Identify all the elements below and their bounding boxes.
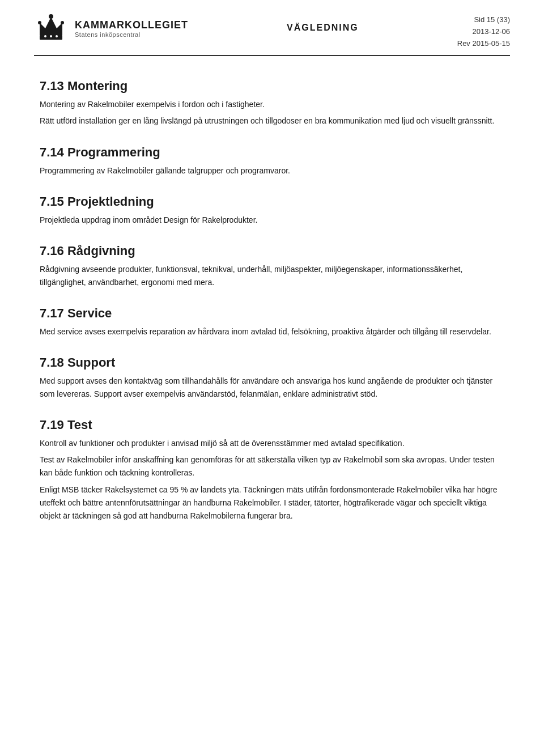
svg-marker-1 [40, 17, 62, 35]
section-7-14: 7.14 ProgrammeringProgrammering av Rakel… [40, 145, 504, 177]
paragraph: Projektleda uppdrag inom området Design … [40, 214, 504, 227]
svg-point-7 [56, 35, 58, 37]
logo-subtitle: Statens inköpscentral [75, 31, 188, 38]
page-header: KAMMARKOLLEGIET Statens inköpscentral VÄ… [34, 11, 510, 56]
paragraph: Med support avses den kontaktväg som til… [40, 375, 504, 401]
section-body-7-18: Med support avses den kontaktväg som til… [40, 375, 504, 401]
section-body-7-14: Programmering av Rakelmobiler gällande t… [40, 164, 504, 177]
section-body-7-13: Montering av Rakelmobiler exempelvis i f… [40, 98, 504, 128]
date-revision: Rev 2015-05-15 [457, 38, 510, 50]
section-heading-7-14: 7.14 Programmering [40, 145, 504, 160]
section-heading-7-15: 7.15 Projektledning [40, 194, 504, 209]
section-body-7-15: Projektleda uppdrag inom området Design … [40, 214, 504, 227]
section-7-16: 7.16 RådgivningRådgivning avseende produ… [40, 244, 504, 289]
svg-point-2 [49, 14, 53, 19]
section-body-7-19: Kontroll av funktioner och produkter i a… [40, 437, 504, 523]
paragraph: Kontroll av funktioner och produkter i a… [40, 437, 504, 450]
document-title: VÄGLEDNING [287, 23, 359, 33]
section-heading-7-17: 7.17 Service [40, 306, 504, 321]
paragraph: Rådgivning avseende produkter, funktions… [40, 263, 504, 289]
page-info: Sid 15 (33) [457, 14, 510, 26]
svg-point-4 [61, 21, 64, 24]
paragraph: Med service avses exempelvis reparation … [40, 325, 504, 338]
paragraph: Rätt utförd installation ger en lång liv… [40, 114, 504, 128]
section-heading-7-16: 7.16 Rådgivning [40, 244, 504, 258]
main-content: 7.13 MonteringMontering av Rakelmobiler … [34, 79, 510, 522]
svg-point-6 [50, 35, 52, 37]
logo-name: KAMMARKOLLEGIET [75, 19, 188, 31]
logo-area: KAMMARKOLLEGIET Statens inköpscentral [34, 11, 188, 45]
header-center: VÄGLEDNING [287, 11, 359, 33]
section-heading-7-18: 7.18 Support [40, 355, 504, 370]
section-heading-7-19: 7.19 Test [40, 418, 504, 432]
date-primary: 2013-12-06 [457, 26, 510, 38]
section-body-7-16: Rådgivning avseende produkter, funktions… [40, 263, 504, 289]
section-7-18: 7.18 SupportMed support avses den kontak… [40, 355, 504, 401]
section-heading-7-13: 7.13 Montering [40, 79, 504, 94]
paragraph: Montering av Rakelmobiler exempelvis i f… [40, 98, 504, 111]
logo-text-area: KAMMARKOLLEGIET Statens inköpscentral [75, 19, 188, 38]
paragraph: Enligt MSB täcker Rakelsystemet ca 95 % … [40, 483, 504, 523]
section-7-15: 7.15 ProjektledningProjektleda uppdrag i… [40, 194, 504, 227]
section-body-7-17: Med service avses exempelvis reparation … [40, 325, 504, 338]
section-7-19: 7.19 TestKontroll av funktioner och prod… [40, 418, 504, 523]
paragraph: Test av Rakelmobiler inför anskaffning k… [40, 453, 504, 479]
section-7-17: 7.17 ServiceMed service avses exempelvis… [40, 306, 504, 338]
paragraph: Programmering av Rakelmobiler gällande t… [40, 164, 504, 177]
header-right: Sid 15 (33) 2013-12-06 Rev 2015-05-15 [457, 11, 510, 49]
svg-point-5 [44, 35, 46, 37]
svg-point-3 [38, 21, 41, 24]
section-7-13: 7.13 MonteringMontering av Rakelmobiler … [40, 79, 504, 128]
crown-logo-icon [34, 11, 68, 45]
